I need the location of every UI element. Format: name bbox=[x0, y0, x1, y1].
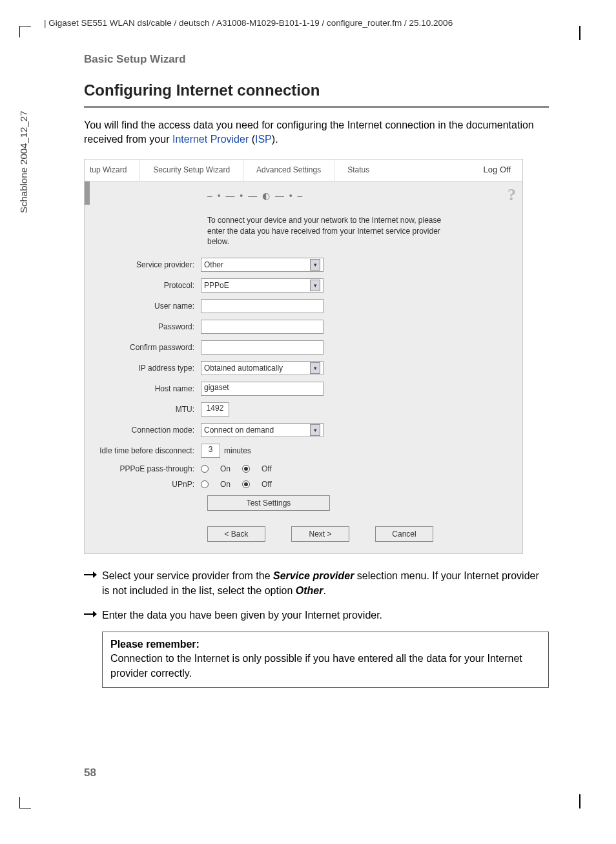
confirm-password-label: Confirm password: bbox=[85, 343, 201, 352]
bullet-2: Enter the data you have been given by yo… bbox=[102, 608, 549, 623]
tab-setup-wizard[interactable]: tup Wizard bbox=[87, 159, 140, 181]
idle-time-input[interactable]: 3 bbox=[201, 444, 220, 458]
chevron-down-icon: ▾ bbox=[310, 259, 320, 271]
page-number: 58 bbox=[84, 767, 96, 779]
svg-marker-3 bbox=[93, 611, 97, 617]
isp-link[interactable]: ISP bbox=[255, 134, 272, 145]
back-button[interactable]: < Back bbox=[207, 526, 265, 542]
router-screenshot: tup Wizard Security Setup Wizard Advance… bbox=[84, 159, 523, 554]
note-body: Connection to the Internet is only possi… bbox=[110, 652, 540, 681]
username-label: User name: bbox=[85, 302, 201, 311]
upnp-on-radio[interactable] bbox=[201, 480, 209, 488]
tab-security-wizard[interactable]: Security Setup Wizard bbox=[140, 159, 243, 181]
password-input[interactable] bbox=[201, 320, 323, 334]
host-name-label: Host name: bbox=[85, 384, 201, 393]
idle-time-unit: minutes bbox=[224, 446, 251, 455]
idle-time-label: Idle time before disconnect: bbox=[85, 446, 201, 455]
page-title: Configuring Internet connection bbox=[84, 81, 549, 99]
upnp-label: UPnP: bbox=[85, 480, 201, 489]
arrow-right-icon bbox=[84, 568, 102, 598]
ip-address-type-label: IP address type: bbox=[85, 364, 201, 373]
tab-advanced-settings[interactable]: Advanced Settings bbox=[243, 159, 334, 181]
bullet-1: Select your service provider from the Se… bbox=[102, 568, 549, 598]
username-input[interactable] bbox=[201, 299, 323, 313]
connection-mode-select[interactable]: Connect on demand▾ bbox=[201, 423, 323, 437]
next-button[interactable]: Next > bbox=[291, 526, 349, 542]
mtu-label: MTU: bbox=[85, 405, 201, 414]
protocol-select[interactable]: PPPoE▾ bbox=[201, 278, 323, 293]
protocol-label: Protocol: bbox=[85, 281, 201, 290]
note-title: Please remember: bbox=[110, 637, 540, 652]
note-box: Please remember: Connection to the Inter… bbox=[102, 632, 549, 688]
connection-mode-label: Connection mode: bbox=[85, 426, 201, 435]
chevron-down-icon: ▾ bbox=[310, 280, 320, 291]
logoff-link[interactable]: Log Off bbox=[484, 165, 511, 174]
wizard-position-bar bbox=[85, 181, 90, 205]
intro-paragraph: You will find the access data you need f… bbox=[84, 118, 549, 147]
confirm-password-input[interactable] bbox=[201, 340, 323, 355]
chevron-down-icon: ▾ bbox=[310, 362, 320, 374]
title-rule bbox=[84, 106, 549, 108]
ip-address-type-select[interactable]: Obtained automatically▾ bbox=[201, 361, 323, 375]
pppoe-off-radio[interactable] bbox=[242, 465, 250, 473]
arrow-right-icon bbox=[84, 608, 102, 623]
help-icon[interactable]: ? bbox=[508, 185, 516, 205]
test-settings-button[interactable]: Test Settings bbox=[207, 495, 330, 511]
host-name-input[interactable]: gigaset bbox=[201, 382, 323, 396]
document-header: | Gigaset SE551 WLAN dsl/cable / deutsch… bbox=[44, 18, 453, 28]
wizard-description: To connect your device and your network … bbox=[207, 215, 459, 247]
wizard-progress: – • — • — ◐ — • – bbox=[207, 190, 522, 201]
pppoe-label: PPPoE pass-through: bbox=[85, 464, 201, 473]
template-label: Schablone 2004_12_27 bbox=[18, 111, 29, 213]
cancel-button[interactable]: Cancel bbox=[375, 526, 433, 542]
service-provider-label: Service provider: bbox=[85, 260, 201, 269]
tab-status[interactable]: Status bbox=[334, 159, 382, 181]
internet-provider-link[interactable]: Internet Provider bbox=[172, 134, 249, 145]
chevron-down-icon: ▾ bbox=[310, 424, 320, 436]
service-provider-select[interactable]: Other▾ bbox=[201, 258, 323, 272]
upnp-off-radio[interactable] bbox=[242, 480, 250, 488]
section-label: Basic Setup Wizard bbox=[84, 53, 549, 66]
password-label: Password: bbox=[85, 322, 201, 331]
mtu-input[interactable]: 1492 bbox=[201, 402, 229, 417]
pppoe-on-radio[interactable] bbox=[201, 465, 209, 473]
svg-marker-1 bbox=[93, 571, 97, 578]
